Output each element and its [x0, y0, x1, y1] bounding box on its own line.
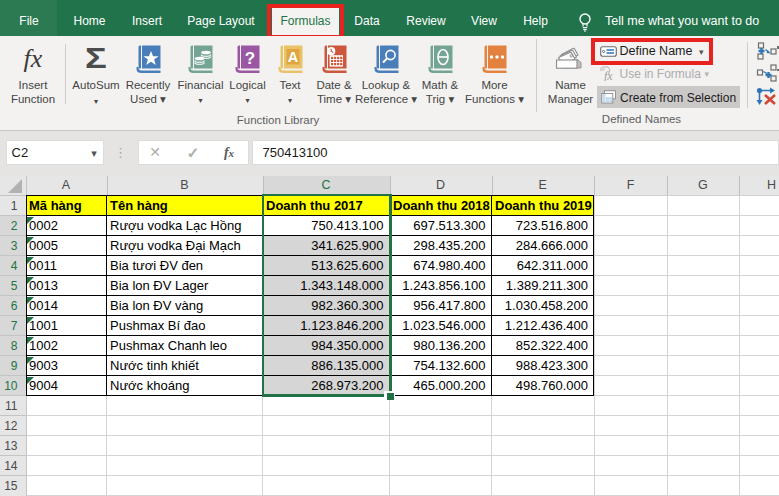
svg-text:fx: fx	[604, 69, 613, 82]
svg-text:?: ?	[245, 49, 255, 68]
svg-text:A: A	[287, 49, 298, 65]
